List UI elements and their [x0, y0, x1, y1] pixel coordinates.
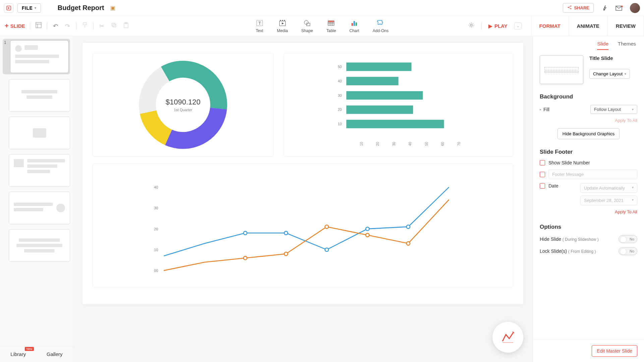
svg-rect-12 [112, 23, 115, 26]
svg-rect-13 [113, 24, 116, 27]
lock-slide-toggle[interactable]: No [619, 247, 637, 255]
svg-point-70 [366, 233, 369, 237]
add-slide-button[interactable]: + SLIDE [5, 22, 25, 30]
date-checkbox[interactable] [540, 183, 545, 189]
play-button[interactable]: ▶ PLAY [488, 23, 508, 29]
hide-slide-label: Hide Slide [540, 236, 561, 242]
slide-thumb[interactable]: 1 [3, 39, 70, 74]
svg-rect-41 [346, 77, 398, 85]
play-dropdown-button[interactable]: ⌄ [514, 22, 522, 29]
plus-icon: + [5, 22, 9, 30]
gear-icon[interactable] [468, 22, 475, 30]
fill-select[interactable]: Follow Layout ▾ [590, 105, 637, 114]
donut-chart[interactable]: $1090.120 1st Quarter [93, 53, 274, 157]
svg-marker-22 [282, 22, 284, 24]
tab-review[interactable]: REVIEW [608, 16, 644, 36]
layout-preview[interactable] [540, 55, 583, 84]
new-badge: New [25, 347, 34, 351]
edit-master-slide-button[interactable]: Edit Master Slide [592, 345, 637, 357]
file-menu-label: FILE [22, 5, 33, 11]
format-painter-icon[interactable] [81, 22, 89, 30]
hide-slide-toggle[interactable]: No [619, 235, 637, 243]
svg-text:30: 30 [338, 93, 342, 97]
svg-text:30: 30 [392, 142, 396, 146]
svg-point-20 [282, 20, 283, 21]
undo-icon[interactable]: ↶ [52, 22, 59, 30]
svg-point-66 [407, 225, 410, 228]
tab-animate[interactable]: ANIMATE [569, 16, 608, 36]
date-value-select[interactable]: September 28, 2021▾ [580, 196, 637, 205]
layout-grid-icon[interactable] [35, 22, 42, 30]
insert-media-button[interactable]: Media [277, 19, 288, 33]
insert-table-button[interactable]: Table [327, 19, 336, 33]
file-menu-button[interactable]: FILE ▾ [17, 3, 41, 13]
svg-rect-11 [83, 23, 86, 25]
footer-message-input[interactable]: Footer Message [548, 169, 637, 179]
slide-thumb[interactable] [3, 229, 70, 262]
fill-value: Follow Layout [594, 107, 621, 112]
line-chart[interactable]: 0010203040 [93, 163, 513, 287]
svg-text:40: 40 [338, 79, 342, 83]
footer-section-title: Slide Footer [540, 149, 637, 155]
insert-chart-button[interactable]: Chart [349, 19, 359, 33]
hide-bg-graphics-button[interactable]: Hide Background Graphics [558, 128, 620, 139]
slide-canvas[interactable]: $1090.120 1st Quarter 5040302010 1020304… [82, 43, 523, 304]
tool-label: Shape [301, 28, 313, 33]
library-tab[interactable]: Library New [0, 346, 37, 362]
bar-chart[interactable]: 5040302010 10203040506070 [284, 53, 513, 157]
svg-rect-44 [346, 120, 444, 128]
insert-addons-button[interactable]: Add-Ons [373, 19, 389, 33]
paste-icon[interactable] [122, 22, 130, 30]
date-mode-select[interactable]: Update Automatically▾ [580, 183, 637, 193]
redo-icon[interactable]: ↷ [64, 22, 71, 30]
svg-text:20: 20 [154, 227, 158, 231]
top-bar: FILE ▾ Budget Report ▣ SHARE [0, 0, 644, 16]
svg-rect-40 [346, 63, 411, 71]
user-avatar[interactable] [630, 3, 640, 13]
svg-point-71 [407, 242, 410, 245]
tab-format[interactable]: FORMAT [531, 16, 569, 36]
subtab-themes[interactable]: Themes [618, 41, 636, 50]
svg-text:00: 00 [154, 269, 158, 273]
subtab-slide[interactable]: Slide [597, 41, 608, 50]
app-logo-icon[interactable] [4, 3, 13, 13]
tool-label: Chart [349, 28, 359, 33]
footer-message-checkbox[interactable] [540, 172, 545, 177]
expand-arrow-icon[interactable]: ▸ [540, 107, 541, 111]
svg-line-6 [569, 8, 571, 9]
apply-to-all-link[interactable]: Apply To All [540, 118, 637, 123]
share-icon [567, 5, 572, 11]
svg-point-21 [284, 20, 285, 21]
donut-label: 1st Quarter [166, 108, 200, 112]
show-slide-number-checkbox[interactable] [540, 160, 545, 165]
svg-rect-31 [352, 23, 353, 26]
gallery-tab[interactable]: Gallery [37, 346, 73, 362]
copy-icon[interactable] [110, 22, 118, 29]
slide-thumb[interactable] [3, 154, 70, 187]
add-slide-label: SLIDE [10, 23, 25, 29]
slide-thumb[interactable] [3, 79, 70, 112]
cut-icon[interactable]: ✂ [98, 22, 106, 30]
options-section-title: Options [540, 224, 637, 230]
share-button[interactable]: SHARE [563, 3, 594, 13]
slide-thumb[interactable] [3, 192, 70, 224]
play-label: PLAY [494, 23, 508, 29]
date-label: Date [548, 183, 559, 189]
change-layout-button[interactable]: Change Layout ▾ [589, 69, 630, 79]
slide-thumb[interactable] [3, 117, 70, 149]
mail-icon[interactable] [615, 4, 623, 12]
tool-label: Text [256, 28, 263, 33]
svg-text:60: 60 [441, 142, 445, 146]
svg-text:T: T [258, 21, 261, 26]
folder-icon[interactable]: ▣ [110, 5, 115, 11]
document-title[interactable]: Budget Report [58, 4, 104, 12]
svg-rect-30 [328, 21, 334, 22]
svg-point-67 [243, 256, 247, 260]
canvas-area: $1090.120 1st Quarter 5040302010 1020304… [73, 36, 533, 362]
svg-point-68 [284, 252, 288, 256]
insert-shape-button[interactable]: Shape [301, 19, 313, 33]
bell-icon[interactable] [600, 4, 608, 12]
fab-analytics-button[interactable] [492, 322, 523, 353]
apply-to-all-link[interactable]: Apply To All [540, 209, 637, 214]
insert-text-button[interactable]: T Text [255, 19, 264, 33]
